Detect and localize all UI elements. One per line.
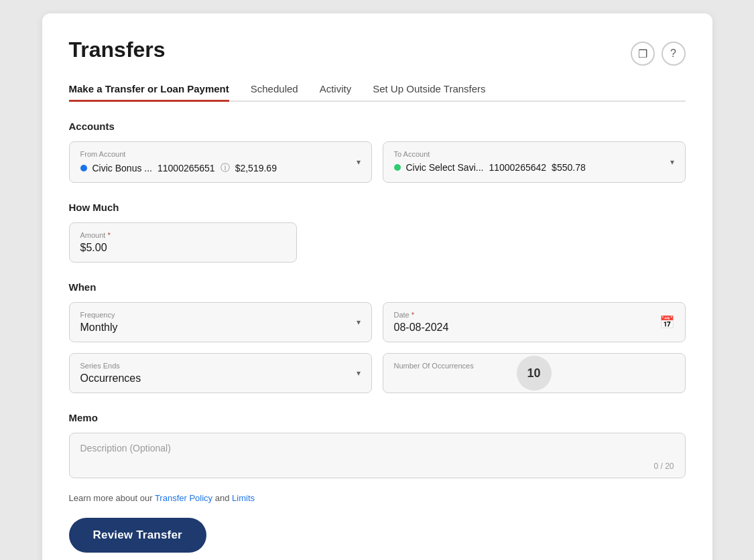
date-required-star: * <box>412 311 414 319</box>
when-section-label: When <box>69 281 686 293</box>
from-account-value: Civic Bonus ... 11000265651 ⓘ $2,519.69 <box>80 162 361 174</box>
header-row: Transfers ❐ ? <box>69 38 686 66</box>
to-account-balance: $550.78 <box>552 162 586 173</box>
to-account-value: Civic Select Savi... 11000265642 $550.78 <box>394 162 674 173</box>
to-account-dropdown[interactable]: To Account Civic Select Savi... 11000265… <box>383 141 686 183</box>
from-account-dot <box>80 165 87 171</box>
review-transfer-button[interactable]: Review Transfer <box>69 518 206 553</box>
series-ends-dropdown[interactable]: Series Ends Occurrences ▾ <box>69 353 372 393</box>
memo-counter: 0 / 20 <box>653 462 674 471</box>
from-account-chevron-icon: ▾ <box>357 157 361 167</box>
when-section: When Frequency Monthly ▾ Date * 08-08-20… <box>69 281 686 393</box>
header-icons: ❐ ? <box>631 42 686 66</box>
when-row-1: Frequency Monthly ▾ Date * 08-08-2024 📅 <box>69 302 686 342</box>
from-account-info-icon: ⓘ <box>221 162 230 174</box>
occurrences-bubble: 10 <box>517 356 552 391</box>
from-account-balance: $2,519.69 <box>235 163 277 173</box>
accounts-row: From Account Civic Bonus ... 11000265651… <box>69 141 686 183</box>
from-account-label: From Account <box>80 150 361 158</box>
frequency-label: Frequency <box>80 311 361 319</box>
tabs-nav: Make a Transfer or Loan Payment Schedule… <box>69 78 686 102</box>
calendar-icon: 📅 <box>659 315 674 330</box>
transfer-policy-link[interactable]: Transfer Policy <box>155 493 212 503</box>
memo-field[interactable]: Description (Optional) 0 / 20 <box>69 433 686 478</box>
tab-make-transfer[interactable]: Make a Transfer or Loan Payment <box>69 78 229 102</box>
tab-activity[interactable]: Activity <box>320 78 352 102</box>
amount-required-star: * <box>107 231 110 239</box>
date-value: 08-08-2024 <box>394 322 674 334</box>
tab-outside-transfers[interactable]: Set Up Outside Transfers <box>373 78 485 102</box>
from-account-dropdown[interactable]: From Account Civic Bonus ... 11000265651… <box>69 141 372 183</box>
tab-scheduled[interactable]: Scheduled <box>251 78 298 102</box>
date-field[interactable]: Date * 08-08-2024 📅 <box>383 302 686 342</box>
memo-placeholder: Description (Optional) <box>80 443 171 453</box>
amount-field[interactable]: Amount * $5.00 <box>69 222 297 263</box>
accounts-section-label: Accounts <box>69 121 686 132</box>
help-button[interactable]: ? <box>662 42 686 66</box>
to-account-number: 11000265642 <box>489 162 546 173</box>
series-ends-chevron-icon: ▾ <box>357 368 361 378</box>
memo-section-label: Memo <box>69 412 686 423</box>
frequency-value: Monthly <box>80 322 361 334</box>
how-much-label: How Much <box>69 202 686 213</box>
to-account-dot <box>394 164 401 171</box>
amount-field-label: Amount * <box>80 231 286 239</box>
policy-line: Learn more about our Transfer Policy and… <box>69 493 686 503</box>
memo-section: Memo Description (Optional) 0 / 20 <box>69 412 686 478</box>
transfers-card: Transfers ❐ ? Make a Transfer or Loan Pa… <box>42 13 712 560</box>
amount-section: How Much Amount * $5.00 <box>69 202 686 263</box>
copy-button[interactable]: ❐ <box>631 42 655 66</box>
frequency-dropdown[interactable]: Frequency Monthly ▾ <box>69 302 372 342</box>
frequency-chevron-icon: ▾ <box>357 318 361 327</box>
limits-link[interactable]: Limits <box>232 493 255 503</box>
amount-value: $5.00 <box>80 242 286 254</box>
from-account-name: Civic Bonus ... <box>92 163 152 173</box>
occurrences-field[interactable]: Number Of Occurrences 10 10 <box>383 353 686 393</box>
to-account-name: Civic Select Savi... <box>406 162 484 173</box>
help-icon: ? <box>670 48 676 60</box>
from-account-number: 11000265651 <box>158 163 215 173</box>
date-label: Date * <box>394 311 674 319</box>
series-ends-value: Occurrences <box>80 372 361 384</box>
when-row-2: Series Ends Occurrences ▾ Number Of Occu… <box>69 353 686 393</box>
to-account-label: To Account <box>394 150 674 158</box>
to-account-chevron-icon: ▾ <box>670 157 674 167</box>
copy-icon: ❐ <box>638 48 647 60</box>
page-title: Transfers <box>69 38 166 62</box>
series-ends-label: Series Ends <box>80 362 361 370</box>
